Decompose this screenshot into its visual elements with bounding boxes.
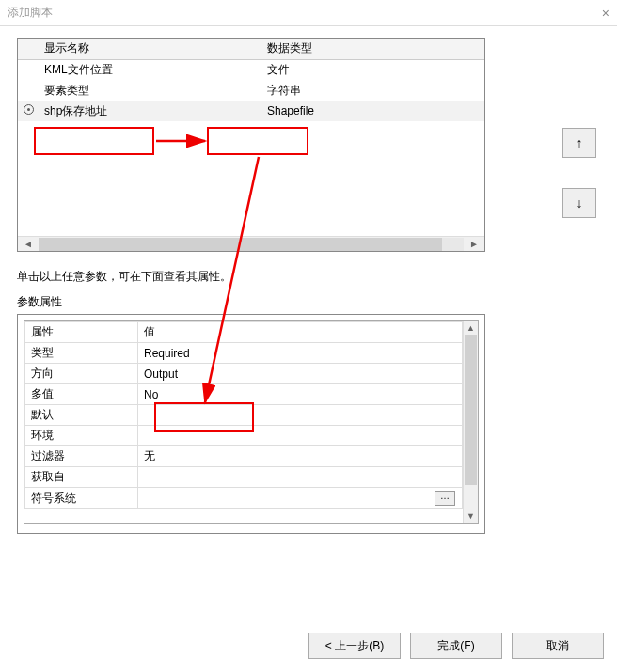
selected-row-icon	[24, 104, 34, 115]
col-data-type: 数据类型	[261, 39, 484, 59]
prop-row[interactable]: 多值 No	[25, 384, 463, 405]
horizontal-scrollbar[interactable]: ◄ ►	[18, 236, 484, 251]
prop-col-val: 值	[138, 322, 463, 343]
properties-grid[interactable]: 属性 值 类型 Required 方向 Output 多值 No 默认	[24, 320, 479, 524]
prop-col-attr: 属性	[25, 322, 138, 343]
parameters-grid[interactable]: 显示名称 数据类型 KML文件位置 文件 要素类型 字符串 shp保存地址 Sh…	[17, 38, 485, 252]
vertical-scrollbar[interactable]: ▲ ▼	[463, 321, 478, 523]
cancel-button[interactable]: 取消	[512, 633, 604, 659]
scroll-down-icon[interactable]: ▼	[464, 509, 478, 523]
finish-button[interactable]: 完成(F)	[410, 633, 502, 659]
browse-button[interactable]: …	[435, 491, 455, 506]
param-name: 要素类型	[39, 80, 261, 101]
param-type: 字符串	[261, 80, 484, 101]
properties-label: 参数属性	[17, 294, 600, 310]
param-name: shp保存地址	[39, 101, 261, 121]
back-button[interactable]: < 上一步(B)	[308, 633, 401, 659]
param-type: 文件	[261, 59, 484, 80]
prop-row[interactable]: 类型 Required	[25, 343, 463, 364]
close-icon[interactable]: ×	[602, 6, 609, 21]
param-name: KML文件位置	[39, 59, 261, 80]
col-display-name: 显示名称	[39, 39, 261, 59]
table-row[interactable]: shp保存地址 Shapefile	[18, 101, 484, 121]
arrow-down-icon: ↓	[577, 195, 583, 211]
prop-row[interactable]: 符号系统 …	[25, 488, 463, 509]
param-type: Shapefile	[261, 101, 484, 121]
table-row[interactable]: KML文件位置 文件	[18, 59, 484, 80]
scroll-left-icon[interactable]: ◄	[20, 239, 37, 249]
move-down-button[interactable]: ↓	[562, 188, 596, 218]
arrow-up-icon: ↑	[577, 135, 583, 150]
window-title: 添加脚本	[8, 5, 53, 21]
prop-row[interactable]: 默认	[25, 405, 463, 426]
scroll-up-icon[interactable]: ▲	[464, 321, 478, 335]
prop-row[interactable]: 过滤器 无	[25, 446, 463, 467]
prop-row[interactable]: 环境	[25, 426, 463, 446]
move-up-button[interactable]: ↑	[562, 128, 596, 158]
prop-row[interactable]: 方向 Output	[25, 364, 463, 384]
scroll-right-icon[interactable]: ►	[466, 239, 483, 249]
table-row[interactable]: 要素类型 字符串	[18, 80, 484, 101]
hint-text: 单击以上任意参数，可在下面查看其属性。	[17, 269, 600, 285]
prop-row[interactable]: 获取自	[25, 467, 463, 488]
